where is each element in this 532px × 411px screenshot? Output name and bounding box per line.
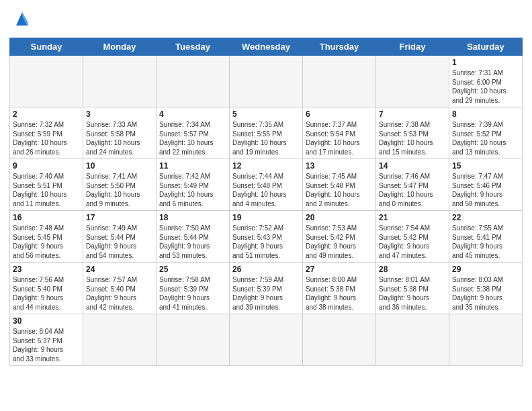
day-info: Sunrise: 7:54 AM Sunset: 5:42 PM Dayligh… xyxy=(379,224,446,260)
calendar-day-cell: 29Sunrise: 8:03 AM Sunset: 5:38 PM Dayli… xyxy=(449,263,523,314)
day-info: Sunrise: 7:32 AM Sunset: 5:59 PM Dayligh… xyxy=(13,120,80,156)
calendar-day-cell: 8Sunrise: 7:39 AM Sunset: 5:52 PM Daylig… xyxy=(449,107,523,159)
calendar-day-cell: 26Sunrise: 7:59 AM Sunset: 5:39 PM Dayli… xyxy=(230,263,303,314)
calendar-week-row: 16Sunrise: 7:48 AM Sunset: 5:45 PM Dayli… xyxy=(10,211,523,263)
day-info: Sunrise: 8:01 AM Sunset: 5:38 PM Dayligh… xyxy=(379,275,446,312)
calendar-day-cell: 12Sunrise: 7:44 AM Sunset: 5:48 PM Dayli… xyxy=(230,159,303,211)
calendar-week-row: 2Sunrise: 7:32 AM Sunset: 5:59 PM Daylig… xyxy=(10,107,523,159)
day-number: 25 xyxy=(159,265,226,274)
day-info: Sunrise: 7:31 AM Sunset: 6:00 PM Dayligh… xyxy=(452,68,519,105)
day-number: 17 xyxy=(86,213,153,222)
day-info: Sunrise: 7:46 AM Sunset: 5:47 PM Dayligh… xyxy=(379,172,446,208)
day-number: 12 xyxy=(232,161,300,171)
day-number: 18 xyxy=(159,213,226,222)
day-number: 9 xyxy=(13,161,80,171)
day-info: Sunrise: 7:34 AM Sunset: 5:57 PM Dayligh… xyxy=(159,120,226,156)
calendar-table: SundayMondayTuesdayWednesdayThursdayFrid… xyxy=(9,38,523,366)
calendar-day-cell: 6Sunrise: 7:37 AM Sunset: 5:54 PM Daylig… xyxy=(303,107,376,159)
calendar-day-cell xyxy=(157,314,230,366)
day-number: 21 xyxy=(379,213,446,222)
calendar-day-cell: 13Sunrise: 7:45 AM Sunset: 5:48 PM Dayli… xyxy=(303,159,376,211)
calendar-week-row: 1Sunrise: 7:31 AM Sunset: 6:00 PM Daylig… xyxy=(10,56,523,107)
day-info: Sunrise: 7:38 AM Sunset: 5:53 PM Dayligh… xyxy=(379,120,446,156)
day-info: Sunrise: 7:56 AM Sunset: 5:40 PM Dayligh… xyxy=(13,275,80,312)
calendar-day-cell: 19Sunrise: 7:52 AM Sunset: 5:43 PM Dayli… xyxy=(230,211,303,263)
day-number: 7 xyxy=(379,109,446,119)
day-number: 14 xyxy=(379,161,446,171)
calendar-day-cell: 23Sunrise: 7:56 AM Sunset: 5:40 PM Dayli… xyxy=(10,263,83,314)
calendar-week-row: 23Sunrise: 7:56 AM Sunset: 5:40 PM Dayli… xyxy=(10,263,523,314)
day-info: Sunrise: 7:44 AM Sunset: 5:48 PM Dayligh… xyxy=(232,172,300,208)
calendar-day-cell xyxy=(83,314,157,366)
day-info: Sunrise: 7:53 AM Sunset: 5:42 PM Dayligh… xyxy=(306,224,373,260)
day-info: Sunrise: 8:03 AM Sunset: 5:38 PM Dayligh… xyxy=(452,275,519,312)
calendar-day-cell: 5Sunrise: 7:35 AM Sunset: 5:55 PM Daylig… xyxy=(230,107,303,159)
calendar-day-cell: 21Sunrise: 7:54 AM Sunset: 5:42 PM Dayli… xyxy=(376,211,449,263)
day-number: 27 xyxy=(306,265,373,274)
calendar-day-cell: 25Sunrise: 7:58 AM Sunset: 5:39 PM Dayli… xyxy=(157,263,230,314)
day-number: 29 xyxy=(452,265,519,274)
weekday-header-row: SundayMondayTuesdayWednesdayThursdayFrid… xyxy=(10,38,523,56)
calendar-day-cell: 17Sunrise: 7:49 AM Sunset: 5:44 PM Dayli… xyxy=(83,211,157,263)
calendar-week-row: 9Sunrise: 7:40 AM Sunset: 5:51 PM Daylig… xyxy=(10,159,523,211)
day-number: 19 xyxy=(232,213,300,222)
day-number: 26 xyxy=(232,265,300,274)
day-info: Sunrise: 7:48 AM Sunset: 5:45 PM Dayligh… xyxy=(13,224,80,260)
day-number: 1 xyxy=(452,58,519,67)
day-info: Sunrise: 7:33 AM Sunset: 5:58 PM Dayligh… xyxy=(86,120,153,156)
calendar-day-cell xyxy=(303,314,376,366)
calendar-day-cell: 22Sunrise: 7:55 AM Sunset: 5:41 PM Dayli… xyxy=(449,211,523,263)
day-info: Sunrise: 7:59 AM Sunset: 5:39 PM Dayligh… xyxy=(232,275,300,312)
calendar-day-cell xyxy=(303,56,376,107)
day-info: Sunrise: 7:42 AM Sunset: 5:49 PM Dayligh… xyxy=(159,172,226,208)
calendar-day-cell: 27Sunrise: 8:00 AM Sunset: 5:38 PM Dayli… xyxy=(303,263,376,314)
day-info: Sunrise: 7:45 AM Sunset: 5:48 PM Dayligh… xyxy=(306,172,373,208)
calendar-day-cell xyxy=(449,314,523,366)
day-number: 10 xyxy=(86,161,153,171)
day-number: 16 xyxy=(13,213,80,222)
weekday-header-wednesday: Wednesday xyxy=(230,38,303,56)
calendar-day-cell xyxy=(157,56,230,107)
day-number: 24 xyxy=(86,265,153,274)
weekday-header-sunday: Sunday xyxy=(10,38,83,56)
day-info: Sunrise: 8:04 AM Sunset: 5:37 PM Dayligh… xyxy=(13,327,80,363)
day-info: Sunrise: 7:35 AM Sunset: 5:55 PM Dayligh… xyxy=(232,120,300,156)
day-info: Sunrise: 7:58 AM Sunset: 5:39 PM Dayligh… xyxy=(159,275,226,312)
day-number: 5 xyxy=(232,109,300,119)
weekday-header-monday: Monday xyxy=(83,38,157,56)
weekday-header-tuesday: Tuesday xyxy=(157,38,230,56)
weekday-header-saturday: Saturday xyxy=(449,38,523,56)
day-number: 3 xyxy=(86,109,153,119)
day-number: 2 xyxy=(13,109,80,119)
day-info: Sunrise: 7:47 AM Sunset: 5:46 PM Dayligh… xyxy=(452,172,519,208)
calendar-day-cell: 3Sunrise: 7:33 AM Sunset: 5:58 PM Daylig… xyxy=(83,107,157,159)
calendar-day-cell: 7Sunrise: 7:38 AM Sunset: 5:53 PM Daylig… xyxy=(376,107,449,159)
calendar-day-cell xyxy=(230,56,303,107)
header xyxy=(9,7,523,32)
calendar-day-cell: 16Sunrise: 7:48 AM Sunset: 5:45 PM Dayli… xyxy=(10,211,83,263)
day-info: Sunrise: 7:49 AM Sunset: 5:44 PM Dayligh… xyxy=(86,224,153,260)
calendar-day-cell: 18Sunrise: 7:50 AM Sunset: 5:44 PM Dayli… xyxy=(157,211,230,263)
calendar-day-cell: 11Sunrise: 7:42 AM Sunset: 5:49 PM Dayli… xyxy=(157,159,230,211)
calendar-day-cell: 15Sunrise: 7:47 AM Sunset: 5:46 PM Dayli… xyxy=(449,159,523,211)
calendar-day-cell: 9Sunrise: 7:40 AM Sunset: 5:51 PM Daylig… xyxy=(10,159,83,211)
page: SundayMondayTuesdayWednesdayThursdayFrid… xyxy=(0,0,532,411)
calendar-day-cell: 20Sunrise: 7:53 AM Sunset: 5:42 PM Dayli… xyxy=(303,211,376,263)
day-info: Sunrise: 7:57 AM Sunset: 5:40 PM Dayligh… xyxy=(86,275,153,312)
day-number: 13 xyxy=(306,161,373,171)
calendar-day-cell: 2Sunrise: 7:32 AM Sunset: 5:59 PM Daylig… xyxy=(10,107,83,159)
calendar-day-cell xyxy=(376,314,449,366)
day-number: 11 xyxy=(159,161,226,171)
calendar-day-cell xyxy=(10,56,83,107)
calendar-day-cell: 28Sunrise: 8:01 AM Sunset: 5:38 PM Dayli… xyxy=(376,263,449,314)
day-info: Sunrise: 7:39 AM Sunset: 5:52 PM Dayligh… xyxy=(452,120,519,156)
day-info: Sunrise: 7:37 AM Sunset: 5:54 PM Dayligh… xyxy=(306,120,373,156)
day-number: 8 xyxy=(452,109,519,119)
day-info: Sunrise: 7:41 AM Sunset: 5:50 PM Dayligh… xyxy=(86,172,153,208)
day-info: Sunrise: 7:52 AM Sunset: 5:43 PM Dayligh… xyxy=(232,224,300,260)
calendar-week-row: 30Sunrise: 8:04 AM Sunset: 5:37 PM Dayli… xyxy=(10,314,523,366)
calendar-day-cell: 1Sunrise: 7:31 AM Sunset: 6:00 PM Daylig… xyxy=(449,56,523,107)
calendar-day-cell: 24Sunrise: 7:57 AM Sunset: 5:40 PM Dayli… xyxy=(83,263,157,314)
day-number: 23 xyxy=(13,265,80,274)
day-info: Sunrise: 8:00 AM Sunset: 5:38 PM Dayligh… xyxy=(306,275,373,312)
